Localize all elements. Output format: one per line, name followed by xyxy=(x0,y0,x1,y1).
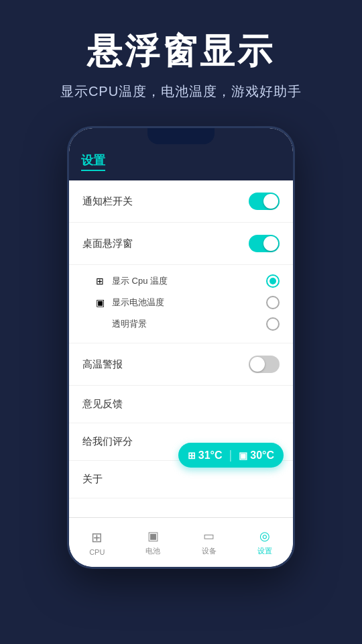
nav-device[interactable]: ▭ 设备 xyxy=(181,529,237,556)
app-subtitle: 显示CPU温度，电池温度，游戏好助手 xyxy=(13,83,349,101)
cpu-temp-value: 31°C xyxy=(198,449,223,462)
notification-label: 通知栏开关 xyxy=(82,195,133,208)
rate-label: 给我们评分 xyxy=(82,435,133,448)
app-title: 悬浮窗显示 xyxy=(13,32,349,70)
desktop-float-toggle[interactable] xyxy=(249,235,280,252)
suboption-cpu-left: ⊞ 显示 Cpu 温度 xyxy=(93,274,168,288)
suboptions-section: ⊞ 显示 Cpu 温度 ▣ 显示电池温度 xyxy=(69,265,293,343)
suboption-transparent-left: 透明背景 xyxy=(93,317,147,331)
desktop-float-toggle-thumb xyxy=(263,236,278,251)
battery-nav-label: 电池 xyxy=(145,546,160,556)
nav-cpu[interactable]: ⊞ CPU xyxy=(69,529,125,556)
widget-separator: | xyxy=(229,448,233,462)
high-temp-item[interactable]: 高温警报 xyxy=(69,343,293,386)
battery-temp-value: 30°C xyxy=(250,449,274,462)
suboption-cpu-label: 显示 Cpu 温度 xyxy=(112,275,168,287)
notification-toggle[interactable] xyxy=(249,193,280,210)
phone-wrapper: 设置 通知栏开关 桌面悬浮窗 xyxy=(0,126,362,569)
cpu-nav-icon: ⊞ xyxy=(91,529,103,545)
bottom-nav: ⊞ CPU ▣ 电池 ▭ 设备 ◎ 设置 xyxy=(69,517,293,567)
nav-battery[interactable]: ▣ 电池 xyxy=(125,529,182,556)
desktop-float-item[interactable]: 桌面悬浮窗 xyxy=(69,223,293,265)
suboption-transparent-label: 透明背景 xyxy=(112,318,147,330)
cpu-sub-icon: ⊞ xyxy=(93,274,107,288)
feedback-item[interactable]: 意见反馈 xyxy=(69,386,293,423)
phone-frame: 设置 通知栏开关 桌面悬浮窗 xyxy=(67,126,295,569)
suboption-cpu[interactable]: ⊞ 显示 Cpu 温度 xyxy=(93,270,280,292)
cpu-widget-icon: ⊞ xyxy=(188,450,196,461)
phone-screen: 设置 通知栏开关 桌面悬浮窗 xyxy=(69,128,293,567)
cpu-nav-label: CPU xyxy=(89,548,105,556)
feedback-label: 意见反馈 xyxy=(82,398,123,411)
notification-toggle-thumb xyxy=(263,194,278,209)
suboption-battery-left: ▣ 显示电池温度 xyxy=(93,296,164,309)
high-temp-label: 高温警报 xyxy=(82,358,123,371)
battery-nav-icon: ▣ xyxy=(147,529,159,543)
settings-nav-icon: ◎ xyxy=(259,529,270,543)
high-temp-toggle[interactable] xyxy=(249,356,280,373)
settings-list: 通知栏开关 桌面悬浮窗 ⊞ xyxy=(69,180,293,567)
desktop-float-label: 桌面悬浮窗 xyxy=(82,237,133,250)
cpu-temp-display: ⊞ 31°C xyxy=(188,449,223,462)
device-nav-label: 设备 xyxy=(202,546,217,556)
nav-settings[interactable]: ◎ 设置 xyxy=(237,529,294,556)
phone-notch xyxy=(147,128,215,144)
device-nav-icon: ▭ xyxy=(203,529,215,543)
notification-item[interactable]: 通知栏开关 xyxy=(69,180,293,223)
suboption-transparent[interactable]: 透明背景 xyxy=(93,313,280,335)
suboption-transparent-radio[interactable] xyxy=(266,317,280,331)
suboption-cpu-radio[interactable] xyxy=(266,274,280,288)
battery-sub-icon: ▣ xyxy=(93,296,107,309)
battery-widget-icon: ▣ xyxy=(239,450,247,461)
settings-nav-label: 设置 xyxy=(257,546,272,556)
settings-title: 设置 xyxy=(81,152,105,171)
about-label: 关于 xyxy=(82,473,103,486)
high-temp-toggle-thumb xyxy=(250,357,265,372)
suboption-battery-label: 显示电池温度 xyxy=(112,297,164,309)
battery-temp-display: ▣ 30°C xyxy=(239,449,274,462)
suboption-battery-radio[interactable] xyxy=(266,296,280,309)
transparent-sub-icon xyxy=(93,317,107,331)
suboption-battery[interactable]: ▣ 显示电池温度 xyxy=(93,292,280,313)
hero-section: 悬浮窗显示 显示CPU温度，电池温度，游戏好助手 xyxy=(0,0,362,114)
floating-widget[interactable]: ⊞ 31°C | ▣ 30°C xyxy=(178,443,284,468)
